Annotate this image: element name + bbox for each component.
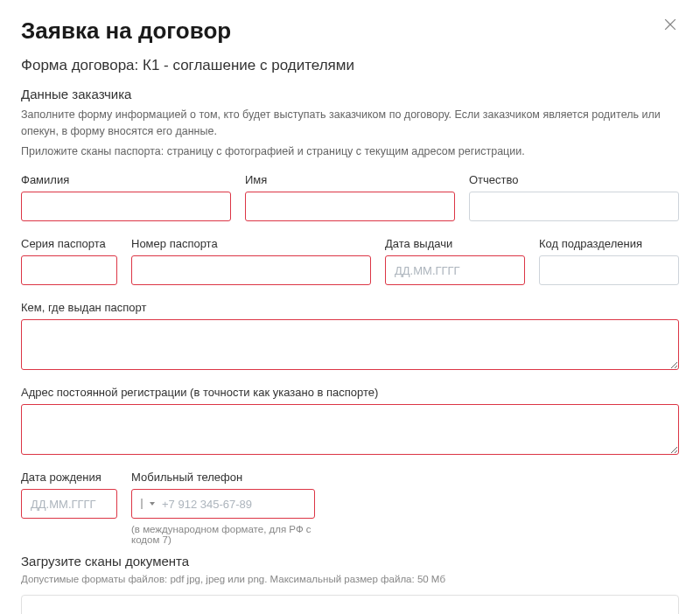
dept-code-label: Код подразделения: [539, 237, 679, 250]
phone-label: Мобильный телефон: [131, 471, 315, 484]
passport-series-input[interactable]: [21, 255, 117, 285]
file-dropzone[interactable]: Нажмите и выберите файлы для загрузки: [21, 595, 679, 614]
issued-by-textarea[interactable]: [21, 319, 679, 370]
chevron-down-icon: [150, 502, 155, 506]
patronymic-label: Отчество: [469, 173, 679, 186]
reg-address-label: Адрес постоянной регистрации (в точности…: [21, 386, 679, 399]
close-icon[interactable]: [662, 16, 679, 37]
issued-by-label: Кем, где выдан паспорт: [21, 301, 679, 314]
lastname-input[interactable]: [21, 192, 231, 221]
customer-desc-1: Заполните форму информацией о том, кто б…: [21, 107, 679, 140]
firstname-input[interactable]: [245, 192, 455, 221]
passport-number-label: Номер паспорта: [131, 237, 371, 250]
contract-form-subtitle: Форма договора: К1 - соглашение с родите…: [21, 57, 679, 74]
reg-address-textarea[interactable]: [21, 404, 679, 455]
upload-formats-hint: Допустимые форматы файлов: pdf jpg, jpeg…: [21, 574, 679, 584]
passport-series-label: Серия паспорта: [21, 237, 117, 250]
birthdate-input[interactable]: [21, 489, 117, 519]
passport-number-input[interactable]: [131, 255, 371, 285]
phone-input-wrapper[interactable]: [131, 489, 315, 519]
phone-input[interactable]: [162, 498, 309, 511]
phone-hint: (в международном формате, для РФ с кодом…: [131, 524, 315, 545]
dept-code-input[interactable]: [539, 255, 679, 285]
lastname-label: Фамилия: [21, 173, 231, 186]
customer-desc-2: Приложите сканы паспорта: страницу с фот…: [21, 143, 679, 160]
patronymic-input[interactable]: [469, 192, 679, 221]
customer-section-title: Данные заказчика: [21, 87, 679, 101]
birthdate-label: Дата рождения: [21, 471, 117, 484]
page-title: Заявка на договор: [21, 17, 679, 45]
firstname-label: Имя: [245, 173, 455, 186]
issue-date-label: Дата выдачи: [385, 237, 525, 250]
flag-ru-icon: [141, 499, 143, 509]
upload-section-title: Загрузите сканы документа: [21, 554, 679, 569]
issue-date-input[interactable]: [385, 255, 525, 285]
